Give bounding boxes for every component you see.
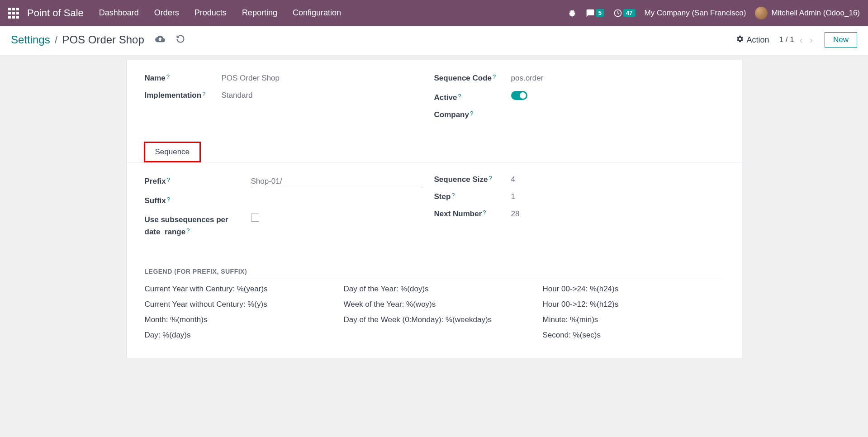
user-name: Mitchell Admin (Odoo_16)	[771, 9, 860, 18]
app-brand[interactable]: Point of Sale	[27, 7, 84, 19]
avatar	[755, 7, 768, 19]
legend-grid: Current Year with Century: %(year)s Day …	[145, 285, 724, 340]
tab-sequence[interactable]: Sequence	[144, 142, 201, 162]
sequence-size-label: Sequence Size?	[434, 175, 511, 184]
implementation-value[interactable]: Standard	[222, 91, 434, 100]
legend-item: Current Year without Century: %(y)s	[145, 300, 326, 309]
legend-title: LEGEND (FOR PREFIX, SUFFIX)	[145, 268, 724, 279]
active-toggle[interactable]	[511, 91, 527, 100]
company-label: Company?	[434, 110, 511, 119]
pager-next-icon[interactable]: ›	[808, 35, 815, 45]
next-number-value[interactable]: 28	[511, 209, 724, 218]
help-icon[interactable]: ?	[470, 110, 473, 117]
action-menu-button[interactable]: Action	[736, 35, 769, 45]
activity-badge: 47	[623, 9, 635, 17]
control-actions: Action 1 / 1 ‹ › New	[736, 32, 857, 48]
legend-item: Day of the Week (0:Monday): %(weekday)s	[344, 315, 525, 324]
navbar-right: 5 47 My Company (San Francisco) Mitchell…	[568, 7, 860, 19]
prefix-label: Prefix?	[145, 177, 251, 186]
prefix-input[interactable]	[251, 175, 423, 188]
breadcrumb: Settings / POS Order Shop	[11, 33, 185, 46]
form-sheet: Name? POS Order Shop Implementation? Sta…	[126, 60, 742, 358]
legend-item: Minute: %(min)s	[543, 315, 724, 324]
nav-products[interactable]: Products	[194, 8, 227, 18]
activity-icon[interactable]: 47	[613, 9, 635, 18]
new-button[interactable]: New	[825, 32, 857, 48]
name-value[interactable]: POS Order Shop	[222, 74, 434, 83]
messages-badge: 5	[596, 9, 604, 17]
nav-reporting[interactable]: Reporting	[242, 8, 277, 18]
nav-menu: Dashboard Orders Products Reporting Conf…	[99, 8, 341, 18]
nav-configuration[interactable]: Configuration	[293, 8, 341, 18]
step-value[interactable]: 1	[511, 192, 724, 201]
messages-icon[interactable]: 5	[586, 9, 604, 18]
legend-item: Hour 00->24: %(h24)s	[543, 285, 724, 294]
subsequences-checkbox[interactable]	[251, 214, 259, 222]
legend-item: Current Year with Century: %(year)s	[145, 285, 326, 294]
pager-value[interactable]: 1 / 1	[779, 35, 794, 44]
implementation-label: Implementation?	[145, 91, 222, 100]
main-navbar: Point of Sale Dashboard Orders Products …	[0, 0, 868, 26]
help-icon[interactable]: ?	[483, 209, 486, 216]
help-icon[interactable]: ?	[167, 196, 170, 203]
nav-dashboard[interactable]: Dashboard	[99, 8, 139, 18]
legend-item: Hour 00->12: %(h12)s	[543, 300, 724, 309]
notebook-tabs: Sequence	[127, 141, 742, 162]
legend-item: Week of the Year: %(woy)s	[344, 300, 525, 309]
nav-orders[interactable]: Orders	[154, 8, 179, 18]
sequence-size-value[interactable]: 4	[511, 175, 724, 184]
legend-item: Second: %(sec)s	[543, 331, 724, 340]
next-number-label: Next Number?	[434, 209, 511, 218]
legend-item: Day: %(day)s	[145, 331, 326, 340]
help-icon[interactable]: ?	[451, 192, 455, 199]
pager-prev-icon[interactable]: ‹	[798, 35, 805, 45]
breadcrumb-separator: /	[55, 33, 58, 46]
apps-icon[interactable]	[8, 8, 19, 19]
subsequences-label: Use subsequences per date_range?	[145, 214, 251, 238]
help-icon[interactable]: ?	[186, 227, 190, 234]
legend-item: Day of the Year: %(doy)s	[344, 285, 525, 294]
sequence-code-label: Sequence Code?	[434, 74, 511, 83]
help-icon[interactable]: ?	[458, 93, 461, 100]
legend-item: Month: %(month)s	[145, 315, 326, 324]
breadcrumb-parent[interactable]: Settings	[11, 33, 50, 46]
gear-icon	[736, 35, 744, 45]
suffix-label: Suffix?	[145, 196, 251, 205]
help-icon[interactable]: ?	[202, 90, 205, 97]
legend-item	[344, 331, 525, 340]
cloud-save-icon[interactable]	[155, 34, 165, 46]
help-icon[interactable]: ?	[166, 73, 170, 80]
step-label: Step?	[434, 192, 511, 201]
help-icon[interactable]: ?	[493, 73, 496, 80]
control-panel: Settings / POS Order Shop Action 1 / 1 ‹…	[0, 26, 868, 55]
company-selector[interactable]: My Company (San Francisco)	[645, 9, 746, 18]
name-label: Name?	[145, 74, 222, 83]
breadcrumb-current: POS Order Shop	[62, 33, 144, 46]
sequence-code-value[interactable]: pos.order	[511, 74, 724, 83]
active-label: Active?	[434, 93, 511, 102]
action-label: Action	[747, 35, 769, 45]
discard-icon[interactable]	[176, 34, 185, 46]
help-icon[interactable]: ?	[167, 176, 170, 183]
pager: 1 / 1 ‹ ›	[779, 35, 815, 45]
content-scroll[interactable]: Name? POS Order Shop Implementation? Sta…	[0, 55, 868, 437]
help-icon[interactable]: ?	[489, 175, 492, 181]
debug-icon[interactable]	[568, 9, 577, 18]
user-menu[interactable]: Mitchell Admin (Odoo_16)	[755, 7, 860, 19]
